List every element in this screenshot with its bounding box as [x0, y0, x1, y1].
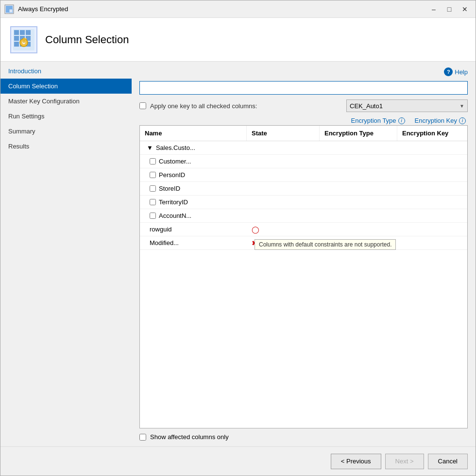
dropdown-arrow-icon: ▼	[459, 103, 464, 109]
expand-icon[interactable]: ▼	[145, 144, 153, 151]
sidebar-item-run-settings: Run Settings	[0, 109, 132, 124]
row-name-cell: TerritoryID	[140, 197, 247, 208]
row-state-cell	[247, 187, 320, 191]
close-button[interactable]: ✕	[458, 4, 472, 15]
sidebar-item-column-selection[interactable]: Column Selection	[0, 79, 132, 94]
sidebar: Introduction Column Selection Master Key…	[0, 62, 132, 446]
table-row: Customer...	[140, 155, 467, 168]
svg-rect-2	[9, 6, 13, 9]
row-name-cell: rowguid	[140, 224, 247, 235]
row-enc-type-cell	[320, 214, 397, 218]
apply-key-dropdown[interactable]: CEK_Auto1 ▼	[346, 99, 468, 112]
svg-rect-6	[14, 30, 19, 35]
table-row: StoreID	[140, 182, 467, 196]
table-row: AccountN...	[140, 209, 467, 223]
row-enc-key-cell	[397, 241, 467, 245]
col-name: Name	[140, 126, 247, 141]
svg-rect-17	[23, 38, 25, 43]
row-enc-type-cell	[320, 228, 397, 231]
svg-rect-9	[14, 36, 19, 41]
encryption-key-label: Encryption Key	[415, 117, 457, 124]
previous-button[interactable]: < Previous	[331, 454, 381, 469]
row-enc-type-cell	[320, 146, 397, 150]
next-button[interactable]: Next >	[385, 454, 424, 469]
table-row: PersonID	[140, 168, 467, 182]
row-checkbox[interactable]	[150, 158, 156, 164]
row-enc-key-cell	[397, 228, 467, 231]
row-name-cell: AccountN...	[140, 210, 247, 221]
row-name: Sales.Custo...	[156, 144, 195, 151]
maximize-button[interactable]: □	[442, 4, 456, 15]
row-name: TerritoryID	[159, 198, 188, 206]
row-name-cell: StoreID	[140, 183, 247, 194]
svg-rect-19	[25, 40, 26, 41]
row-name: AccountN...	[159, 212, 191, 219]
encryption-type-filter[interactable]: Encryption Type i	[351, 117, 405, 124]
row-checkbox[interactable]	[150, 213, 156, 219]
tooltip-text: Columns with default constraints are not…	[259, 241, 391, 248]
content-area: Introduction Column Selection Master Key…	[0, 62, 476, 446]
apply-key-label: Apply one key to all checked columns:	[150, 102, 257, 110]
tooltip: Columns with default constraints are not…	[255, 239, 396, 250]
sidebar-item-introduction[interactable]: Introduction	[0, 64, 132, 79]
row-name-cell: ▼ Sales.Custo...	[140, 142, 247, 153]
table-container: Name State Encryption Type Encryption Ke…	[139, 125, 468, 428]
svg-rect-18	[25, 38, 27, 39]
filter-row: Encryption Type i Encryption Key i	[139, 117, 468, 124]
header: Column Selection	[0, 18, 476, 62]
row-enc-key-cell	[397, 200, 467, 204]
row-enc-key-cell	[397, 187, 467, 191]
row-name: Modified...	[150, 239, 179, 246]
row-enc-key-cell	[397, 160, 467, 164]
row-enc-type-cell	[320, 200, 397, 204]
row-state-cell	[247, 200, 320, 204]
search-input[interactable]	[139, 81, 468, 95]
window-controls: – □ ✕	[427, 4, 472, 15]
help-link[interactable]: ? Help	[444, 67, 468, 76]
encryption-type-label: Encryption Type	[351, 117, 396, 124]
row-checkbox[interactable]	[150, 172, 156, 178]
row-checkbox[interactable]	[150, 185, 156, 192]
col-state: State	[247, 126, 320, 141]
minimize-button[interactable]: –	[427, 4, 441, 15]
row-state-cell	[247, 173, 320, 177]
table-body: ▼ Sales.Custo... Customer...	[140, 141, 467, 428]
cancel-button[interactable]: Cancel	[428, 454, 468, 469]
table-row: Modified... ✖ Columns with default const…	[140, 236, 467, 250]
page-title: Column Selection	[45, 33, 129, 46]
row-state-cell	[247, 146, 320, 150]
row-enc-key-cell	[397, 214, 467, 218]
apply-key-checkbox[interactable]	[139, 102, 146, 109]
svg-rect-3	[6, 9, 9, 13]
sidebar-item-master-key-configuration: Master Key Configuration	[0, 94, 132, 109]
row-name: PersonID	[159, 171, 185, 179]
app-icon	[4, 4, 14, 14]
apply-key-row: Apply one key to all checked columns: CE…	[139, 99, 468, 112]
table-header: Name State Encryption Type Encryption Ke…	[140, 126, 467, 141]
main-panel: ? Help Apply one key to all checked colu…	[132, 62, 476, 446]
encryption-key-info-icon: i	[459, 117, 466, 124]
row-enc-key-cell	[397, 173, 467, 177]
show-affected-checkbox[interactable]	[139, 434, 146, 441]
svg-rect-1	[6, 6, 9, 9]
col-encryption-type: Encryption Type	[320, 126, 397, 141]
row-name: Customer...	[159, 158, 191, 165]
footer: < Previous Next > Cancel	[0, 446, 476, 476]
svg-rect-7	[20, 30, 25, 35]
help-icon: ?	[444, 67, 453, 76]
encryption-key-filter[interactable]: Encryption Key i	[415, 117, 466, 124]
titlebar: Always Encrypted – □ ✕	[0, 0, 476, 18]
show-affected-row: Show affected columns only	[139, 433, 468, 441]
col-encryption-key: Encryption Key	[397, 126, 467, 141]
svg-rect-4	[9, 9, 13, 13]
help-row: ? Help	[139, 67, 468, 76]
svg-rect-8	[26, 30, 31, 35]
row-state-cell	[247, 214, 320, 218]
header-icon	[10, 26, 37, 53]
row-enc-type-cell	[320, 160, 397, 164]
row-name-cell: Modified...	[140, 237, 247, 248]
row-checkbox[interactable]	[150, 199, 156, 205]
help-label: Help	[455, 68, 468, 76]
row-state-cell: ◯	[247, 224, 320, 235]
apply-key-dropdown-value: CEK_Auto1	[350, 102, 383, 110]
